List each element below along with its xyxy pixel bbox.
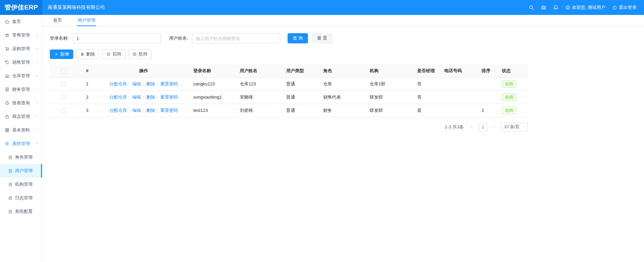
sidebar-subitem-label: 日志管理 — [15, 195, 39, 201]
home-icon — [5, 19, 9, 24]
user-name-input[interactable] — [192, 33, 280, 43]
op-reset-password-link[interactable]: 重置密码 — [160, 81, 178, 86]
op-separator: | — [157, 95, 158, 100]
cell-manager: 是 — [414, 104, 441, 117]
topbar-actions: 欢迎您, 测试用户 退出登录 — [529, 4, 644, 11]
finance-icon — [5, 87, 9, 92]
warehouse-icon — [5, 74, 9, 78]
cell-user-type: 普通 — [283, 104, 320, 117]
op-delete-link[interactable]: 删除 — [146, 81, 155, 86]
reset-button[interactable]: 重 置 — [312, 33, 332, 43]
col-header: 登录名称 — [190, 64, 236, 77]
pagination-total: 1-3 共3条 — [445, 124, 464, 130]
next-page-button[interactable] — [490, 123, 498, 131]
chevron-down-icon — [35, 115, 39, 118]
sidebar-item-report[interactable]: 报表查询 — [0, 96, 42, 110]
cell-operations: 分配仓库|编辑|删除|重置密码 — [97, 90, 190, 104]
op-separator: | — [143, 95, 144, 100]
sidebar-item-system[interactable]: 系统管理 — [0, 137, 42, 150]
pagination: 1-3 共3条 1 10 条/页 — [50, 123, 528, 132]
sidebar-item-warehouse[interactable]: 仓库管理 — [0, 69, 42, 83]
op-delete-link[interactable]: 删除 — [146, 95, 155, 100]
cell-phone — [441, 90, 478, 104]
sidebar-subitem-role[interactable]: 角色管理 — [0, 150, 42, 164]
user-name-label: 用户姓名: — [169, 35, 188, 41]
doc-icon — [8, 182, 13, 187]
row-checkbox[interactable] — [61, 82, 66, 86]
cell-org: 仓库1部 — [366, 77, 414, 90]
enable-button[interactable]: 启用 — [102, 49, 125, 59]
cell-sort — [478, 90, 499, 104]
chevron-right-icon — [492, 125, 496, 129]
sidebar-item-label: 仓库管理 — [12, 73, 35, 79]
cell-role: 仓库 — [320, 77, 366, 90]
delete-button[interactable]: 删除 — [76, 49, 99, 59]
doc-icon — [8, 209, 13, 214]
row-checkbox[interactable] — [61, 95, 66, 100]
search-button[interactable]: 查 询 — [288, 33, 308, 43]
sidebar-item-label: 商品管理 — [12, 114, 35, 120]
op-assign-warehouse-link[interactable]: 分配仓库 — [109, 108, 127, 113]
doc-icon — [8, 155, 13, 160]
cell-manager: 否 — [414, 77, 441, 90]
prev-page-button[interactable] — [468, 123, 476, 131]
status-badge: 启用 — [502, 94, 516, 101]
sidebar-item-finance[interactable]: 财务管理 — [0, 83, 42, 96]
system-icon — [5, 141, 9, 146]
select-all-checkbox[interactable] — [61, 69, 66, 74]
sales-icon — [5, 60, 9, 65]
op-edit-link[interactable]: 编辑 — [132, 95, 141, 100]
sidebar-item-purchase[interactable]: 采购管理 — [0, 42, 42, 56]
sidebar-item-basic[interactable]: 基本资料 — [0, 123, 42, 137]
login-name-input[interactable] — [73, 33, 161, 43]
sidebar-item-sales[interactable]: 销售管理 — [0, 56, 42, 69]
logout-button[interactable]: 退出登录 — [612, 4, 637, 11]
sidebar-subitem-config[interactable]: 系统配置 — [0, 205, 42, 218]
cell-org: 研发部 — [366, 90, 414, 104]
sidebar-subitem-log[interactable]: 日志管理 — [0, 191, 42, 205]
cell-operations: 分配仓库|编辑|删除|重置密码 — [97, 77, 190, 90]
op-delete-link[interactable]: 删除 — [146, 108, 155, 113]
col-header: 角色 — [320, 64, 366, 77]
tabbar: 首页用户管理 — [42, 15, 644, 26]
sidebar-item-goods[interactable]: 商品管理 — [0, 110, 42, 123]
cell-role: 销售代表 — [320, 90, 366, 104]
search-icon[interactable] — [529, 5, 534, 10]
x-square-icon — [133, 52, 137, 56]
chevron-down-icon — [35, 61, 39, 64]
sidebar-subitem-org[interactable]: 机构管理 — [0, 178, 42, 191]
op-separator: | — [129, 95, 130, 100]
sidebar-item-label: 报表查询 — [12, 100, 35, 106]
row-checkbox[interactable] — [61, 108, 66, 113]
add-button-label: 新增 — [60, 51, 69, 57]
doc-icon — [8, 196, 13, 200]
op-assign-warehouse-link[interactable]: 分配仓库 — [109, 95, 127, 100]
cell-status: 启用 — [499, 77, 528, 90]
cell-user-name: 宋晓锋 — [236, 90, 283, 104]
op-edit-link[interactable]: 编辑 — [132, 108, 141, 113]
sidebar-subitem-user[interactable]: 用户管理 — [0, 164, 42, 178]
op-reset-password-link[interactable]: 重置密码 — [160, 108, 178, 113]
col-header: 是否经理 — [414, 64, 441, 77]
bell-icon[interactable] — [553, 5, 559, 10]
page-number-button[interactable]: 1 — [479, 123, 487, 132]
op-assign-warehouse-link[interactable]: 分配仓库 — [109, 81, 127, 86]
sidebar-item-retail[interactable]: 零售管理 — [0, 28, 42, 42]
op-reset-password-link[interactable]: 重置密码 — [160, 95, 178, 100]
filter-row: 登录名称: 用户姓名: 查 询 重 置 — [50, 33, 637, 43]
login-name-label: 登录名称: — [50, 35, 69, 41]
op-edit-link[interactable]: 编辑 — [132, 81, 141, 86]
col-header: 操作 — [97, 64, 190, 77]
add-button[interactable]: 新增 — [50, 49, 73, 59]
purchase-icon — [5, 46, 9, 51]
op-separator: | — [129, 81, 130, 86]
caret-down-icon — [522, 125, 525, 129]
page-size-select[interactable]: 10 条/页 — [501, 123, 528, 132]
welcome-user[interactable]: 欢迎您, 测试用户 — [565, 4, 605, 11]
disable-button[interactable]: 禁用 — [128, 49, 152, 59]
sidebar-item-home[interactable]: 首页 — [0, 15, 42, 28]
bank-icon[interactable] — [541, 5, 546, 10]
tab-user[interactable]: 用户管理 — [77, 15, 96, 26]
tab-home[interactable]: 首页 — [53, 15, 63, 26]
power-icon — [612, 5, 617, 10]
